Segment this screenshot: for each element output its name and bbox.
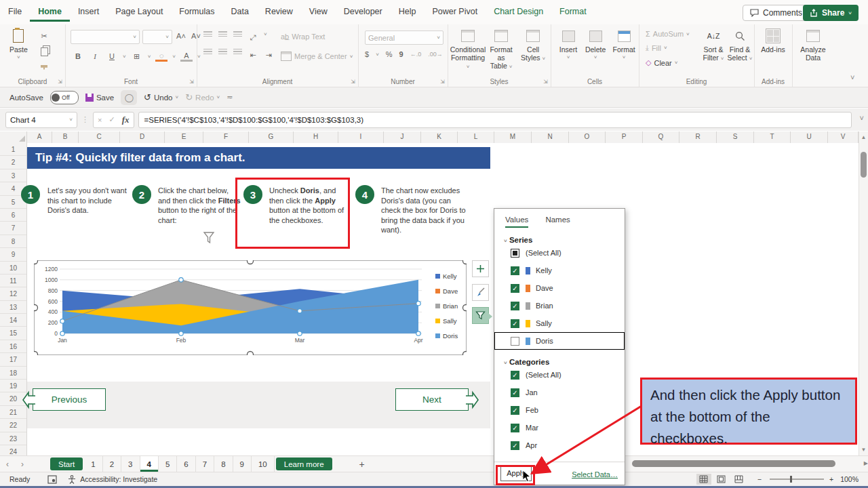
vertical-scroll-thumb[interactable] [861, 152, 867, 178]
grow-font-icon[interactable]: A˄ [175, 30, 187, 42]
cancel-icon[interactable]: × [98, 116, 102, 124]
row-header-17[interactable]: 17 [0, 353, 26, 366]
sheet-tab-3[interactable]: 3 [121, 456, 140, 472]
row-header-6[interactable]: 6 [0, 209, 26, 222]
italic-button[interactable]: I [89, 50, 101, 62]
category-item-apr[interactable]: ✓Apr [494, 436, 625, 454]
zoom-in-icon[interactable]: + [829, 475, 833, 483]
conditional-formatting-button[interactable]: ConditionalFormatting ˅ [452, 24, 484, 71]
area-chart[interactable]: 020040060080010001200JanFebMarAprKellyDa… [34, 260, 467, 355]
find-select-button[interactable]: Find &Select ˅ [727, 24, 753, 63]
chevron-down-icon[interactable]: ˅ [123, 54, 126, 60]
checkbox-checked[interactable]: ✓ [511, 319, 519, 328]
customize-qat-icon[interactable]: ≂ [226, 93, 233, 102]
categories-section-header[interactable]: ˅ Categories [504, 358, 625, 366]
enter-icon[interactable]: ✓ [108, 115, 115, 124]
checkbox-checked[interactable]: ✓ [511, 388, 519, 397]
column-header-A[interactable]: A [27, 131, 52, 143]
sheet-nav-left-icon[interactable]: ‹ [0, 456, 15, 472]
new-sheet-button[interactable]: + [353, 456, 372, 472]
column-header-L[interactable]: L [458, 131, 494, 143]
column-header-H[interactable]: H [294, 131, 338, 143]
ribbon-tab-data[interactable]: Data [222, 0, 256, 22]
fill-label[interactable]: Fill [652, 44, 661, 52]
series-item--select-all-[interactable]: (Select All) [494, 244, 625, 262]
ribbon-tab-formulas[interactable]: Formulas [171, 0, 222, 22]
name-box[interactable]: Chart 4˅ [5, 112, 77, 128]
cut-icon[interactable]: ✂ [38, 30, 50, 42]
number-format-combo[interactable]: General˅ [365, 30, 443, 45]
column-header-T[interactable]: T [754, 131, 791, 143]
sheet-tab-7[interactable]: 7 [196, 456, 214, 472]
zoom-knob[interactable] [790, 476, 792, 483]
column-header-P[interactable]: P [606, 131, 643, 143]
accessibility-label[interactable]: Accessibility: Investigate [80, 475, 157, 483]
autosum-label[interactable]: AutoSum [653, 30, 684, 38]
ribbon-tab-power-pivot[interactable]: Power Pivot [424, 0, 486, 22]
sheet-tab-10[interactable]: 10 [252, 456, 275, 472]
ribbon-tab-page-layout[interactable]: Page Layout [107, 0, 171, 22]
font-name-combo[interactable]: ˅ [71, 30, 140, 44]
underline-button[interactable]: U [106, 50, 118, 62]
font-size-combo[interactable]: ˅ [142, 30, 172, 44]
sort-filter-button[interactable]: A↓Z Sort &Filter ˅ [701, 24, 726, 63]
row-header-12[interactable]: 12 [0, 287, 26, 300]
copy-icon[interactable] [38, 45, 50, 58]
align-middle-icon[interactable] [218, 31, 227, 37]
category-item-mar[interactable]: ✓Mar [494, 419, 625, 436]
chevron-down-icon[interactable]: ˅ [172, 54, 176, 60]
format-as-table-button[interactable]: Format asTable ˅ [486, 24, 516, 71]
select-all-corner[interactable] [0, 131, 27, 143]
increase-decimal-icon[interactable]: ←.0 [410, 51, 422, 58]
align-bottom-icon[interactable] [233, 31, 242, 37]
bold-button[interactable]: B [72, 50, 84, 62]
currency-icon[interactable]: $ [365, 50, 369, 58]
clipboard-dialog-launcher[interactable]: ⇲ [58, 79, 62, 85]
share-button[interactable]: Share ˅ [803, 5, 859, 21]
filter-tab-names[interactable]: Names [545, 216, 570, 226]
ribbon-tab-chart-design[interactable]: Chart Design [486, 0, 551, 22]
borders-icon[interactable]: ⊞ [131, 50, 143, 62]
checkbox-checked[interactable]: ✓ [511, 371, 519, 380]
series-item-kelly[interactable]: ✓Kelly [494, 262, 625, 279]
row-header-1[interactable]: 1 [0, 143, 26, 156]
ribbon-tab-file[interactable]: File [0, 0, 30, 22]
sheet-tab-9[interactable]: 9 [233, 456, 252, 472]
redo-button[interactable]: ↻Redo˅ [185, 92, 220, 102]
chart-elements-button[interactable] [472, 260, 489, 277]
sheet-tab-start[interactable]: Start [50, 458, 83, 470]
font-color-icon[interactable]: A [180, 51, 193, 62]
column-header-J[interactable]: J [384, 131, 421, 143]
lasso-icon[interactable]: ◯ [121, 90, 137, 105]
scroll-up-icon[interactable]: ▲ [859, 131, 868, 140]
align-top-icon[interactable] [203, 31, 212, 37]
format-cells-button[interactable]: Format˅ [610, 24, 637, 62]
row-header-15[interactable]: 15 [0, 327, 26, 340]
zoom-level[interactable]: 100% [840, 475, 859, 483]
ribbon-tab-format[interactable]: Format [551, 0, 595, 22]
ribbon-tab-developer[interactable]: Developer [336, 0, 391, 22]
align-center-icon[interactable] [218, 49, 227, 55]
styles-dialog-launcher[interactable]: ⇲ [543, 79, 548, 85]
row-header-7[interactable]: 7 [0, 222, 26, 235]
scroll-right-icon[interactable]: ▶ [864, 460, 868, 466]
column-header-S[interactable]: S [717, 131, 754, 143]
column-header-F[interactable]: F [203, 131, 249, 143]
row-header-22[interactable]: 22 [0, 419, 26, 432]
column-header-C[interactable]: C [79, 131, 120, 143]
page-break-view-icon[interactable] [732, 474, 747, 485]
column-headers[interactable]: ABCDEFGHIJKLMNOPQRSTUV [0, 131, 859, 144]
checkbox-checked[interactable]: ✓ [511, 441, 519, 450]
autosave-toggle[interactable]: Off [50, 91, 79, 104]
series-item-doris[interactable]: Doris [494, 332, 625, 350]
ribbon-tab-help[interactable]: Help [391, 0, 425, 22]
column-header-U[interactable]: U [791, 131, 828, 143]
chart-styles-button[interactable] [472, 284, 489, 301]
sheet-nav-right-icon[interactable]: › [15, 456, 30, 472]
comma-icon[interactable]: 9 [399, 50, 403, 58]
next-button[interactable]: Next [395, 388, 469, 411]
formula-input[interactable]: =SERIES('4'!$C$103,'4'!$D$100:$G$100,'4'… [138, 112, 852, 128]
row-header-16[interactable]: 16 [0, 340, 26, 353]
horizontal-scroll-thumb[interactable] [632, 460, 835, 467]
checkbox-partial[interactable] [511, 249, 519, 258]
